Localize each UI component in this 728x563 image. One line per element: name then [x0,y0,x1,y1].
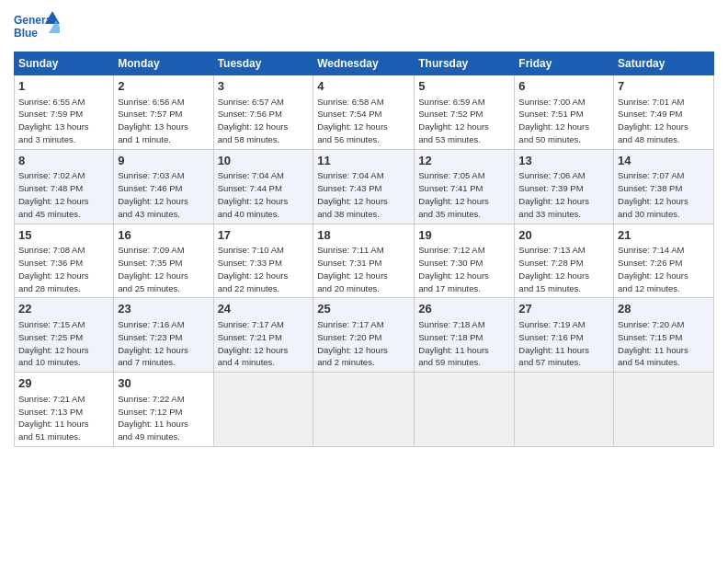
day-info: Sunrise: 7:13 AM Sunset: 7:28 PM Dayligh… [518,245,589,293]
day-number: 23 [118,301,209,317]
header-cell-monday: Monday [114,52,213,75]
day-info: Sunrise: 7:16 AM Sunset: 7:23 PM Dayligh… [118,319,188,367]
header-row: SundayMondayTuesdayWednesdayThursdayFrid… [15,52,714,75]
day-number: 10 [218,153,310,169]
day-cell: 12Sunrise: 7:05 AM Sunset: 7:41 PM Dayli… [415,149,515,224]
day-cell: 6Sunrise: 7:00 AM Sunset: 7:51 PM Daylig… [515,75,614,150]
day-number: 18 [317,227,410,244]
day-number: 4 [317,78,410,95]
day-cell: 30Sunrise: 7:22 AM Sunset: 7:12 PM Dayli… [114,373,213,447]
day-info: Sunrise: 7:06 AM Sunset: 7:39 PM Dayligh… [518,170,589,218]
header-cell-thursday: Thursday [415,52,515,75]
day-number: 21 [618,227,710,244]
day-info: Sunrise: 7:12 AM Sunset: 7:30 PM Dayligh… [418,245,489,293]
day-cell: 5Sunrise: 6:59 AM Sunset: 7:52 PM Daylig… [415,75,515,150]
day-number: 29 [18,375,109,392]
day-cell: 27Sunrise: 7:19 AM Sunset: 7:16 PM Dayli… [515,298,614,373]
day-number: 14 [618,153,710,169]
day-cell: 24Sunrise: 7:17 AM Sunset: 7:21 PM Dayli… [213,298,313,373]
day-number: 26 [418,301,510,317]
day-cell: 1Sunrise: 6:55 AM Sunset: 7:59 PM Daylig… [15,75,114,150]
day-cell: 16Sunrise: 7:09 AM Sunset: 7:35 PM Dayli… [114,224,213,298]
day-info: Sunrise: 7:18 AM Sunset: 7:18 PM Dayligh… [418,319,489,367]
day-info: Sunrise: 7:11 AM Sunset: 7:31 PM Dayligh… [317,245,388,293]
day-number: 13 [518,153,609,169]
day-number: 2 [118,78,209,95]
day-number: 28 [618,301,710,317]
day-number: 15 [18,227,109,244]
day-number: 17 [218,227,310,244]
header: General Blue [14,9,714,46]
day-info: Sunrise: 7:21 AM Sunset: 7:13 PM Dayligh… [18,394,89,442]
day-cell: 18Sunrise: 7:11 AM Sunset: 7:31 PM Dayli… [313,224,415,298]
day-info: Sunrise: 7:00 AM Sunset: 7:51 PM Dayligh… [518,97,589,144]
calendar-body: 1Sunrise: 6:55 AM Sunset: 7:59 PM Daylig… [15,75,714,447]
day-info: Sunrise: 7:07 AM Sunset: 7:38 PM Dayligh… [618,170,688,218]
day-number: 5 [418,78,510,95]
day-cell: 22Sunrise: 7:15 AM Sunset: 7:25 PM Dayli… [15,298,114,373]
day-info: Sunrise: 6:58 AM Sunset: 7:54 PM Dayligh… [317,97,388,144]
day-cell [213,373,313,447]
day-info: Sunrise: 6:55 AM Sunset: 7:59 PM Dayligh… [18,97,89,144]
day-info: Sunrise: 7:17 AM Sunset: 7:21 PM Dayligh… [218,319,289,367]
day-cell: 19Sunrise: 7:12 AM Sunset: 7:30 PM Dayli… [415,224,515,298]
header-cell-saturday: Saturday [614,52,714,75]
day-cell: 29Sunrise: 7:21 AM Sunset: 7:13 PM Dayli… [15,373,114,447]
day-number: 1 [18,78,109,95]
day-info: Sunrise: 7:10 AM Sunset: 7:33 PM Dayligh… [218,245,289,293]
day-cell: 21Sunrise: 7:14 AM Sunset: 7:26 PM Dayli… [614,224,714,298]
day-cell: 14Sunrise: 7:07 AM Sunset: 7:38 PM Dayli… [614,149,714,224]
day-cell: 23Sunrise: 7:16 AM Sunset: 7:23 PM Dayli… [114,298,213,373]
day-cell: 13Sunrise: 7:06 AM Sunset: 7:39 PM Dayli… [515,149,614,224]
day-info: Sunrise: 7:08 AM Sunset: 7:36 PM Dayligh… [18,245,89,293]
day-number: 20 [518,227,609,244]
day-info: Sunrise: 7:01 AM Sunset: 7:49 PM Dayligh… [618,97,688,144]
header-cell-tuesday: Tuesday [213,52,313,75]
day-info: Sunrise: 7:09 AM Sunset: 7:35 PM Dayligh… [118,245,188,293]
day-cell: 2Sunrise: 6:56 AM Sunset: 7:57 PM Daylig… [114,75,213,150]
week-row-3: 15Sunrise: 7:08 AM Sunset: 7:36 PM Dayli… [15,224,714,298]
day-cell [515,373,614,447]
day-cell: 17Sunrise: 7:10 AM Sunset: 7:33 PM Dayli… [213,224,313,298]
day-number: 7 [618,78,710,95]
week-row-5: 29Sunrise: 7:21 AM Sunset: 7:13 PM Dayli… [15,373,714,447]
day-cell: 3Sunrise: 6:57 AM Sunset: 7:56 PM Daylig… [213,75,313,150]
day-number: 12 [418,153,510,169]
day-number: 24 [218,301,310,317]
day-cell [313,373,415,447]
day-info: Sunrise: 6:57 AM Sunset: 7:56 PM Dayligh… [218,97,289,144]
day-cell: 9Sunrise: 7:03 AM Sunset: 7:46 PM Daylig… [114,149,213,224]
week-row-2: 8Sunrise: 7:02 AM Sunset: 7:48 PM Daylig… [15,149,714,224]
day-cell: 10Sunrise: 7:04 AM Sunset: 7:44 PM Dayli… [213,149,313,224]
header-cell-sunday: Sunday [15,52,114,75]
day-cell [415,373,515,447]
day-number: 11 [317,153,410,169]
day-info: Sunrise: 7:17 AM Sunset: 7:20 PM Dayligh… [317,319,388,367]
day-info: Sunrise: 7:15 AM Sunset: 7:25 PM Dayligh… [18,319,89,367]
day-info: Sunrise: 7:04 AM Sunset: 7:44 PM Dayligh… [218,170,289,218]
logo: General Blue [14,9,60,46]
day-info: Sunrise: 7:20 AM Sunset: 7:15 PM Dayligh… [618,319,688,367]
day-info: Sunrise: 7:02 AM Sunset: 7:48 PM Dayligh… [18,170,89,218]
day-cell: 4Sunrise: 6:58 AM Sunset: 7:54 PM Daylig… [313,75,415,150]
day-info: Sunrise: 7:19 AM Sunset: 7:16 PM Dayligh… [518,319,589,367]
day-info: Sunrise: 6:56 AM Sunset: 7:57 PM Dayligh… [118,97,188,144]
calendar-table: SundayMondayTuesdayWednesdayThursdayFrid… [14,52,714,447]
day-cell: 25Sunrise: 7:17 AM Sunset: 7:20 PM Dayli… [313,298,415,373]
day-cell: 11Sunrise: 7:04 AM Sunset: 7:43 PM Dayli… [313,149,415,224]
day-cell: 26Sunrise: 7:18 AM Sunset: 7:18 PM Dayli… [415,298,515,373]
day-number: 3 [218,78,310,95]
day-number: 25 [317,301,410,317]
day-number: 27 [518,301,609,317]
day-cell: 28Sunrise: 7:20 AM Sunset: 7:15 PM Dayli… [614,298,714,373]
day-info: Sunrise: 7:04 AM Sunset: 7:43 PM Dayligh… [317,170,388,218]
day-info: Sunrise: 7:03 AM Sunset: 7:46 PM Dayligh… [118,170,188,218]
calendar-header: SundayMondayTuesdayWednesdayThursdayFrid… [15,52,714,75]
day-info: Sunrise: 7:22 AM Sunset: 7:12 PM Dayligh… [118,394,188,442]
svg-text:Blue: Blue [14,27,38,40]
day-cell: 7Sunrise: 7:01 AM Sunset: 7:49 PM Daylig… [614,75,714,150]
day-info: Sunrise: 7:05 AM Sunset: 7:41 PM Dayligh… [418,170,489,218]
day-info: Sunrise: 7:14 AM Sunset: 7:26 PM Dayligh… [618,245,688,293]
week-row-1: 1Sunrise: 6:55 AM Sunset: 7:59 PM Daylig… [15,75,714,150]
day-number: 19 [418,227,510,244]
